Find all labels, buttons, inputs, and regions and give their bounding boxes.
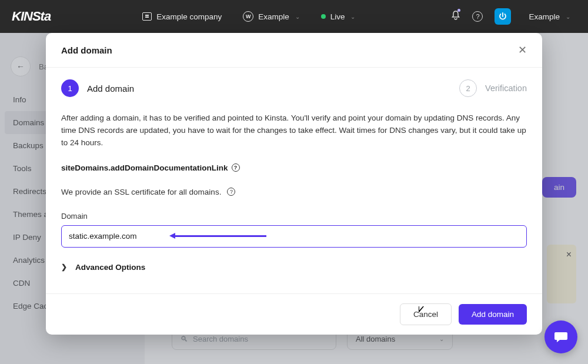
env-switcher[interactable]: Live ⌄ <box>315 9 362 25</box>
top-bar: KINSta Example company W Example ⌄ Live … <box>0 0 588 33</box>
domain-field-label: Domain <box>61 212 527 221</box>
chevron-down-icon: ⌄ <box>295 14 300 20</box>
help-button[interactable]: ? <box>472 11 483 22</box>
doc-link-label: siteDomains.addDomainDocumentationLink <box>61 163 228 172</box>
wordpress-icon: W <box>243 11 253 22</box>
user-menu[interactable]: Example ⌄ <box>523 9 576 25</box>
modal-close-button[interactable]: ✕ <box>518 44 527 56</box>
company-label: Example company <box>156 12 222 21</box>
help-icon[interactable]: ? <box>227 188 235 196</box>
company-switcher[interactable]: Example company <box>136 9 228 25</box>
modal-title: Add domain <box>61 45 112 55</box>
status-dot-icon <box>321 14 326 19</box>
add-domain-modal: Add domain ✕ 1 Add domain 2 Verification… <box>46 33 542 335</box>
modal-description: After adding a domain, it has to be veri… <box>61 112 527 149</box>
help-icon: ? <box>232 163 240 172</box>
env-label: Live <box>330 12 345 21</box>
power-icon <box>499 12 507 21</box>
step-1-circle: 1 <box>61 79 79 97</box>
user-label: Example <box>529 12 560 21</box>
advanced-options-toggle[interactable]: ❯ Advanced Options <box>61 263 527 272</box>
building-icon <box>142 12 152 21</box>
ssl-text: We provide an SSL certificate for all do… <box>61 188 221 196</box>
topbar-right: ? Example ⌄ <box>451 8 576 25</box>
cancel-button[interactable]: Cancel <box>400 303 452 325</box>
add-domain-submit-button[interactable]: Add domain <box>459 304 527 325</box>
step-2-label: Verification <box>485 84 527 93</box>
logo: KINSta <box>12 9 51 24</box>
close-icon: ✕ <box>518 44 527 56</box>
chevron-down-icon: ⌄ <box>350 14 355 20</box>
modal-body: 1 Add domain 2 Verification After adding… <box>46 68 542 293</box>
advanced-label: Advanced Options <box>75 263 145 272</box>
modal-footer: Cancel Add domain <box>46 293 542 335</box>
domain-input[interactable] <box>61 225 527 248</box>
step-1-label: Add domain <box>87 84 134 93</box>
chat-icon <box>553 329 569 345</box>
ssl-info: We provide an SSL certificate for all do… <box>61 188 527 196</box>
modal-header: Add domain ✕ <box>46 33 542 68</box>
site-label: Example <box>258 12 289 21</box>
chevron-right-icon: ❯ <box>61 263 67 271</box>
app-launcher-button[interactable] <box>495 8 511 25</box>
chat-launcher-button[interactable] <box>544 320 577 353</box>
documentation-link[interactable]: siteDomains.addDomainDocumentationLink ? <box>61 163 240 172</box>
step-1: 1 Add domain <box>61 79 134 97</box>
steps-row: 1 Add domain 2 Verification <box>61 79 527 97</box>
chevron-down-icon: ⌄ <box>566 14 570 20</box>
site-switcher[interactable]: W Example ⌄ <box>237 8 306 25</box>
step-2-circle: 2 <box>459 79 477 97</box>
step-2: 2 Verification <box>459 79 527 97</box>
notifications-button[interactable] <box>451 10 460 23</box>
